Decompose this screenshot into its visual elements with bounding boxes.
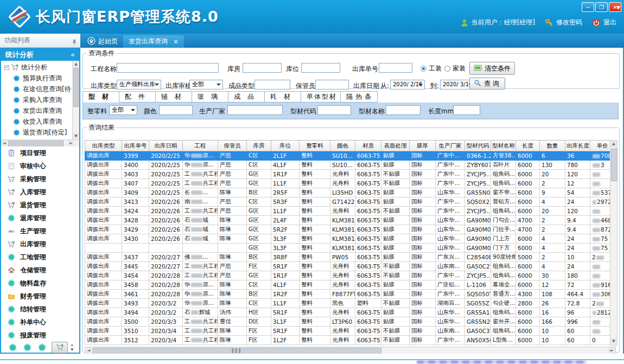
scroll-thumb[interactable] bbox=[8, 141, 63, 146]
tree-item[interactable]: 收货入库查询 bbox=[1, 116, 74, 127]
material-tab[interactable]: 玻璃 bbox=[192, 91, 228, 103]
group-dot-icon[interactable] bbox=[24, 344, 30, 350]
logout-link[interactable]: 退出 bbox=[603, 18, 616, 27]
scroll-right-icon[interactable]: ► bbox=[608, 347, 615, 354]
column-header[interactable]: 数量 bbox=[540, 141, 565, 151]
table-row[interactable]: 调拨出库34032020/2/25工共工程严思G区1R1F整料光身料6063-T… bbox=[85, 170, 610, 179]
sidebar-menu-item[interactable]: 报废管理 bbox=[1, 329, 79, 342]
sidebar-menu-item[interactable]: 物料盘存 bbox=[1, 277, 79, 290]
scroll-up-icon[interactable]: ▲ bbox=[73, 61, 79, 67]
audit-select[interactable]: 全部 bbox=[189, 80, 223, 90]
column-header[interactable]: 表面处理 bbox=[381, 141, 410, 151]
group-dot-icon[interactable] bbox=[39, 344, 45, 350]
column-header[interactable]: 长度 bbox=[516, 141, 540, 151]
column-header[interactable]: 型材名称 bbox=[491, 141, 516, 151]
sidebar-menu-item[interactable]: 补单中心 bbox=[1, 316, 79, 329]
length-input[interactable] bbox=[453, 105, 480, 115]
tab-shipment-outbound-query[interactable]: 发货出库查询 × bbox=[123, 35, 184, 48]
outbound-type-select[interactable]: 生产领料出库 bbox=[117, 80, 161, 90]
cart-group-button[interactable] bbox=[52, 342, 68, 353]
material-tab[interactable]: 辅材 bbox=[156, 91, 192, 103]
tab-overflow-icon[interactable]: ▼ bbox=[616, 5, 620, 10]
table-row[interactable]: 调拨出库34302020/2/26石城陈琳G区3L3F整料KLM38176063… bbox=[85, 234, 610, 244]
table-row[interactable]: 调拨出库34092020/2/25长...陈琳B区2R5F整料LI35HD606… bbox=[85, 188, 610, 197]
factory-input[interactable] bbox=[227, 105, 283, 115]
profile-name-input[interactable] bbox=[386, 105, 421, 115]
table-row[interactable]: 调拨出库35002020/3/3工共工程曹佳D区3L1F整料LT3P606063… bbox=[85, 317, 610, 327]
column-header[interactable]: 型材代码 bbox=[465, 141, 491, 151]
column-header[interactable]: 库位 bbox=[271, 141, 300, 151]
scroll-left-icon[interactable]: ◄ bbox=[85, 347, 92, 354]
column-header[interactable]: 出库长度 bbox=[565, 141, 590, 151]
sidebar-menu-item[interactable]: 审核中心 bbox=[1, 159, 79, 173]
table-row[interactable]: 调拨出库34132020/2/26南...严思C区5R3F整料G71422606… bbox=[85, 197, 610, 207]
column-header[interactable]: 整零料 bbox=[300, 141, 330, 151]
group-dot-icon[interactable] bbox=[10, 344, 16, 350]
results-vertical-scrollbar[interactable]: ▲ ▼ bbox=[610, 140, 617, 346]
sidebar-menu-item[interactable]: 退库管理 bbox=[1, 212, 79, 225]
scroll-left-icon[interactable]: ◄ bbox=[1, 140, 8, 146]
material-tab[interactable]: 配件 bbox=[119, 91, 156, 103]
scroll-up-icon[interactable]: ▲ bbox=[610, 141, 617, 148]
table-row[interactable]: 调拨出库35102020/3/4工共工程陈琳F区5R1F整料光身料6063-T5… bbox=[85, 327, 610, 336]
date-from-select[interactable]: 2020/ 2/16 bbox=[390, 80, 425, 90]
material-tab[interactable]: 型材 bbox=[82, 91, 119, 103]
sidebar-menu-item[interactable]: 采购管理 bbox=[1, 173, 79, 186]
column-header[interactable]: 库房 bbox=[247, 141, 271, 151]
material-tab[interactable]: 隔热条 bbox=[341, 91, 378, 103]
maximize-button[interactable]: ❐ bbox=[595, 2, 608, 12]
results-horizontal-scrollbar[interactable]: ◄ ▌▌▌ ► bbox=[85, 347, 616, 354]
table-row[interactable]: 调拨出库34282020/2/26石城陈琳G区2L4F整料KLM38176063… bbox=[85, 216, 610, 225]
tree-item[interactable]: 在途信息查询[待 bbox=[1, 84, 74, 94]
tree-horizontal-scrollbar[interactable]: ◄ ► bbox=[1, 139, 79, 146]
profile-code-input[interactable] bbox=[317, 105, 351, 115]
project-name-input[interactable] bbox=[117, 63, 219, 73]
sidebar-menu-item[interactable]: 仓储管理 bbox=[1, 264, 79, 277]
radio-gongzhuang[interactable]: 工装 bbox=[421, 64, 442, 73]
column-header[interactable]: 保管员 bbox=[218, 141, 247, 151]
sidebar-menu-item[interactable]: 退货管理 bbox=[1, 199, 79, 212]
tab-home[interactable]: 起始页 bbox=[82, 35, 123, 48]
scroll-thumb[interactable] bbox=[73, 68, 79, 107]
sidebar-menu-item[interactable]: 出库管理 bbox=[1, 238, 79, 251]
location-input[interactable] bbox=[301, 63, 340, 73]
table-row[interactable]: 调拨出库34072020/2/25工共工程严思G区1L1F整料光身料6063-T… bbox=[85, 179, 610, 188]
tree-expander-icon[interactable] bbox=[4, 65, 9, 70]
table-row[interactable]: 调拨出库35122020/3/4工共工程陈琳F区1L2F整料光身料6063-T5… bbox=[85, 336, 610, 345]
column-header[interactable]: 材质 bbox=[355, 141, 381, 151]
table-row[interactable]: 调拨出库34452020/2/27工共工程严思F区5R1F整料光身料6063-T… bbox=[85, 262, 610, 271]
whole-part-select[interactable]: 全部 bbox=[109, 105, 137, 115]
product-type-input[interactable] bbox=[254, 80, 290, 90]
clear-conditions-button[interactable]: 清空条件 bbox=[469, 62, 515, 75]
search-button[interactable]: 查 询 bbox=[469, 78, 505, 90]
scroll-down-icon[interactable]: ▼ bbox=[73, 133, 79, 139]
table-row[interactable]: 调拨出库33992020/2/25华原...严思C区2L1F整料SU10...6… bbox=[85, 151, 610, 161]
sidebar-menu-item[interactable]: 工地管理 bbox=[1, 251, 79, 264]
table-row[interactable]: 调拨出库34242020/2/26工共工程严思G区1L1F整料光身料6063-T… bbox=[85, 207, 610, 216]
sidebar-menu-item[interactable]: 项目管理 bbox=[1, 146, 79, 159]
scroll-right-icon[interactable]: ► bbox=[68, 140, 74, 146]
sidebar-menu-item[interactable]: 生产管理 bbox=[1, 225, 79, 238]
tree-item[interactable]: 预算执行查询 bbox=[1, 73, 74, 84]
table-row[interactable]: 调拨出库34002020/2/25华原...严思C区4L1F整料SU10...6… bbox=[85, 161, 610, 170]
radio-jiazhuang[interactable]: 家装 bbox=[444, 64, 466, 73]
keeper-input[interactable] bbox=[315, 80, 349, 90]
scroll-down-icon[interactable]: ▼ bbox=[610, 338, 617, 345]
table-row[interactable]: 调拨出库34292020/2/26石城陈琳G区5R2F整料KLM38176063… bbox=[85, 225, 610, 234]
column-header[interactable]: 颜色 bbox=[330, 141, 355, 151]
collapse-icon[interactable]: « bbox=[71, 49, 75, 61]
change-password-link[interactable]: 修改密码 bbox=[556, 18, 582, 27]
sidebar-menu-item[interactable]: 财务管理 bbox=[1, 290, 79, 303]
material-tab[interactable]: 成品 bbox=[228, 91, 265, 103]
sidebar-menu-item[interactable]: 入库管理 bbox=[1, 186, 79, 199]
table-row[interactable]: 调拨出库34932020/3/2华原...陈琳C区1L1F整料黑色塑料不贴膜国标… bbox=[85, 299, 610, 308]
order-no-input[interactable] bbox=[379, 63, 412, 73]
minimize-button[interactable]: ─ bbox=[582, 2, 594, 12]
table-row[interactable]: 调拨出库34582020/2/28华原...陈琳C区4L1F整料光身料6063-… bbox=[85, 280, 610, 290]
column-header[interactable]: 单价 bbox=[590, 141, 610, 151]
column-header[interactable]: 出库单号 bbox=[122, 141, 149, 151]
column-header[interactable]: 工程 bbox=[183, 141, 218, 151]
table-row[interactable]: G区3L3F整料KLM38176063-T5贴膜国标山东华...GA90M09.… bbox=[85, 244, 610, 253]
column-header[interactable]: 出库类型 bbox=[85, 141, 122, 151]
table-row[interactable]: 调拨出库34542020/2/28工共工程严思G区1R1F整料光身料6063-T… bbox=[85, 271, 610, 280]
